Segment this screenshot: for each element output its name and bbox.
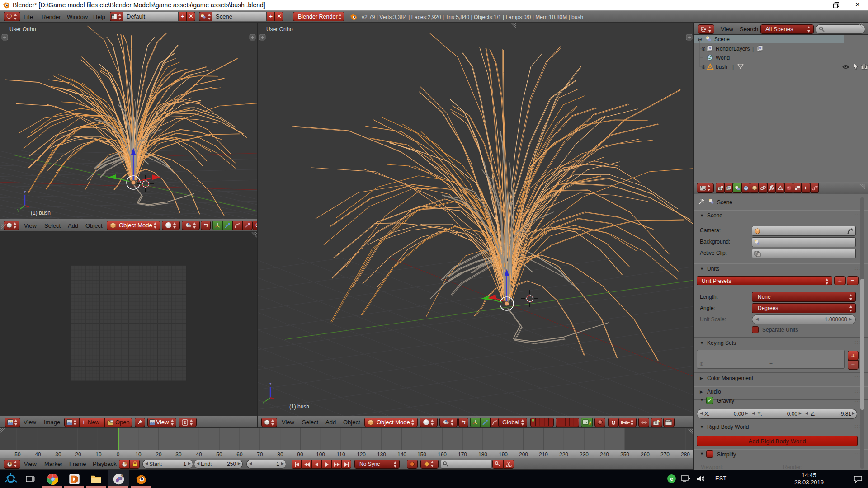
svg-text:(1) bush: (1) bush xyxy=(289,404,309,410)
svg-text:z: z xyxy=(269,382,272,386)
svg-text:✦: ✦ xyxy=(658,420,660,423)
svg-text:y: y xyxy=(17,208,19,212)
svg-text:z: z xyxy=(24,190,26,194)
svg-text:✦✦: ✦✦ xyxy=(803,185,809,191)
svg-text:🔒: 🔒 xyxy=(588,420,591,426)
svg-text:(1) bush: (1) bush xyxy=(31,210,51,216)
svg-text:User Ortho: User Ortho xyxy=(9,26,36,33)
svg-text:User Ortho: User Ortho xyxy=(266,26,293,33)
svg-text:y: y xyxy=(263,400,265,404)
